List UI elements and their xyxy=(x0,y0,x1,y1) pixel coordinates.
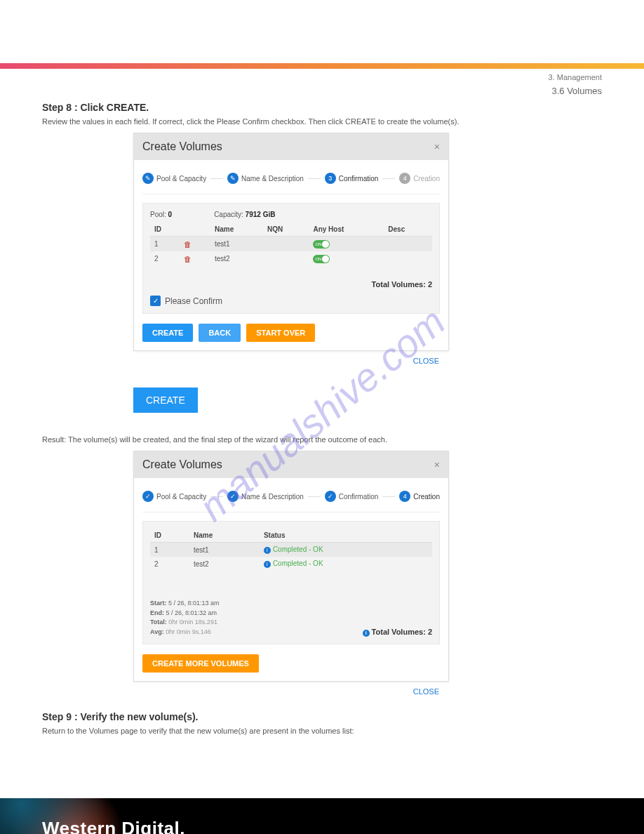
step-3-icon: 3 xyxy=(325,173,336,184)
volumes-result-table: ID Name Status 1 test1 iCompleted - OK 2… xyxy=(150,529,432,571)
back-button[interactable]: BACK xyxy=(199,324,241,342)
check-icon: ✓ xyxy=(142,491,154,502)
col-id: ID xyxy=(150,223,180,237)
timing-block: Start: 5 / 26, 8:01:13 am End: 5 / 26, 8… xyxy=(150,599,220,637)
anyhost-toggle[interactable]: ON xyxy=(313,255,330,263)
step-name-desc: Name & Description xyxy=(241,175,304,183)
confirm-checkbox[interactable]: ✓ xyxy=(150,296,161,306)
step-creation: Creation xyxy=(413,493,440,501)
close-icon[interactable]: × xyxy=(434,459,440,470)
step-4-icon: 4 xyxy=(399,173,410,184)
step-4-icon: 4 xyxy=(399,491,410,502)
step-pool-capacity: Pool & Capacity xyxy=(156,175,206,183)
dialog-title: Create Volumes xyxy=(142,140,222,153)
info-icon: i xyxy=(264,547,271,554)
col-nqn: NQN xyxy=(263,223,309,237)
col-id: ID xyxy=(150,529,189,543)
creation-panel: ID Name Status 1 test1 iCompleted - OK 2… xyxy=(142,521,440,644)
check-icon: ✓ xyxy=(227,491,239,502)
close-link[interactable]: CLOSE xyxy=(413,687,449,696)
table-row: 2 test2 iCompleted - OK xyxy=(150,557,432,571)
pencil-icon: ✎ xyxy=(142,173,154,184)
create-button-highlight[interactable]: CREATE xyxy=(133,388,198,413)
result-text: Result: The volume(s) will be created, a… xyxy=(42,435,602,444)
pool-label: Pool: xyxy=(150,211,166,218)
col-anyhost: Any Host xyxy=(309,223,384,237)
step-confirmation: Confirmation xyxy=(339,175,379,183)
wizard-stepper: ✎Pool & Capacity ✎Name & Description 3Co… xyxy=(142,168,440,194)
step8-body: Review the values in each field. If corr… xyxy=(42,117,602,126)
create-more-volumes-button[interactable]: CREATE MORE VOLUMES xyxy=(142,654,259,673)
col-status: Status xyxy=(260,529,432,543)
table-row: 1 🗑 test1 ON xyxy=(150,237,432,252)
col-name: Name xyxy=(189,529,260,543)
volumes-preview-table: ID Name NQN Any Host Desc 1 🗑 test1 xyxy=(150,223,432,266)
total-volumes: Total Volumes: 2 xyxy=(150,280,432,289)
step9-heading: Step 9 : Verify the new volume(s). xyxy=(42,711,602,722)
col-name: Name xyxy=(210,223,263,237)
step-confirmation: Confirmation xyxy=(339,493,379,501)
status-ok: Completed - OK xyxy=(273,560,323,567)
check-icon: ✓ xyxy=(325,491,336,502)
step-name-desc: Name & Description xyxy=(241,493,304,501)
col-desc: Desc xyxy=(384,223,432,237)
close-icon[interactable]: × xyxy=(434,141,440,152)
section-label: 3.6 Volumes xyxy=(0,86,602,96)
info-icon: i xyxy=(264,561,271,568)
trash-icon[interactable]: 🗑 xyxy=(184,255,192,263)
capacity-label: Capacity: xyxy=(214,211,243,218)
chapter-label: 3. Management xyxy=(0,73,602,81)
trash-icon[interactable]: 🗑 xyxy=(184,240,192,249)
status-ok: Completed - OK xyxy=(273,545,323,553)
step9-body: Return to the Volumes page to verify tha… xyxy=(42,727,602,735)
dialog-title: Create Volumes xyxy=(142,458,222,471)
step8-heading: Step 8 : Click CREATE. xyxy=(42,102,602,113)
total-volumes: Total Volumes: 2 xyxy=(372,628,432,636)
pool-value: 0 xyxy=(168,211,173,218)
create-volumes-dialog-confirmation: Create Volumes × ✎Pool & Capacity ✎Name … xyxy=(133,133,449,351)
chapter-bar: 3. Management 3.6 Volumes xyxy=(0,69,644,96)
create-button[interactable]: CREATE xyxy=(142,324,193,342)
wizard-stepper: ✓Pool & Capacity ✓Name & Description ✓Co… xyxy=(142,486,440,512)
header-gradient xyxy=(0,63,644,69)
confirm-label: Please Confirm xyxy=(165,296,222,306)
step-pool-capacity: Pool & Capacity xyxy=(156,493,206,501)
pencil-icon: ✎ xyxy=(227,173,239,184)
info-icon: i xyxy=(363,630,370,637)
confirmation-panel: Pool: 0 Capacity: 7912 GiB ID Name NQN A… xyxy=(142,203,440,314)
brand-logo: Western Digital. xyxy=(42,818,185,834)
start-over-button[interactable]: START OVER xyxy=(246,324,315,342)
table-row: 2 🗑 test2 ON xyxy=(150,251,432,266)
step-creation: Creation xyxy=(413,175,440,183)
capacity-value: 7912 GiB xyxy=(246,211,276,218)
page-footer: Western Digital. User Guide 109 xyxy=(0,798,644,834)
close-link[interactable]: CLOSE xyxy=(413,357,449,365)
table-row: 1 test1 iCompleted - OK xyxy=(150,543,432,557)
anyhost-toggle[interactable]: ON xyxy=(313,240,330,249)
create-volumes-dialog-creation: Create Volumes × ✓Pool & Capacity ✓Name … xyxy=(133,451,449,682)
